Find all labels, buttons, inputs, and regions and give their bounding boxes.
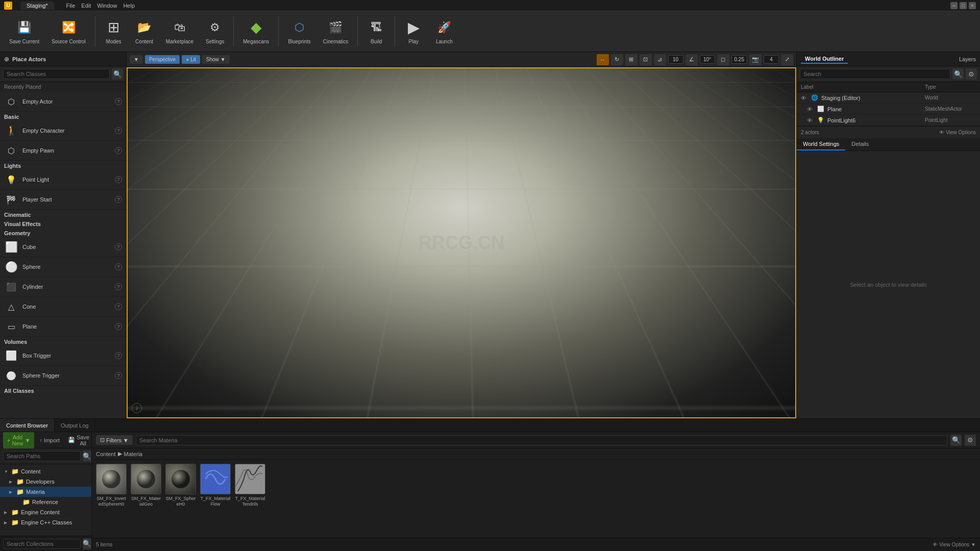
category-basic[interactable]: Basic <box>0 112 126 121</box>
actor-item-cylinder[interactable]: ⬛ Cylinder ? <box>0 277 126 297</box>
search-classes-button[interactable]: 🔍 <box>112 68 123 80</box>
empty-pawn-info[interactable]: ? <box>115 147 122 154</box>
blueprints-button[interactable]: ⬡ Blueprints <box>283 15 315 48</box>
outliner-search-button[interactable]: 🔍 <box>952 68 964 80</box>
asset-search-button[interactable]: 🔍 <box>950 435 962 446</box>
collections-search[interactable] <box>3 539 81 549</box>
cb-view-options-button[interactable]: 👁 View Options ▼ <box>933 542 976 547</box>
collections-search-btn[interactable]: 🔍 <box>83 538 91 549</box>
search-classes-input[interactable] <box>3 69 110 79</box>
details-tab[interactable]: Details <box>845 138 875 151</box>
light-eye-icon[interactable]: 👁 <box>807 117 814 123</box>
settings-button[interactable]: ⚙ Settings <box>201 15 229 48</box>
import-button[interactable]: ↑ Import <box>36 436 63 445</box>
scale-icon[interactable]: ⊞ <box>625 54 638 65</box>
actor-item-cone[interactable]: △ Cone ? <box>0 297 126 317</box>
category-all-classes[interactable]: All Classes <box>0 386 126 395</box>
save-all-button[interactable]: 💾 Save All <box>65 433 92 448</box>
box-trigger-info[interactable]: ? <box>115 352 122 359</box>
outliner-item-pointlight[interactable]: 👁 💡 PointLight6 PointLight <box>797 115 980 126</box>
transform-icon[interactable]: ↔ <box>597 54 609 65</box>
outliner-item-staging[interactable]: 👁 🌐 Staging (Editor) World <box>797 92 980 104</box>
menu-help[interactable]: Help <box>123 3 135 9</box>
player-start-info[interactable]: ? <box>115 196 122 203</box>
save-current-button[interactable]: 💾 Save Current <box>4 15 44 48</box>
tree-materia[interactable]: ▶ 📁 Materia <box>0 487 91 497</box>
camera-icon[interactable]: 📷 <box>749 54 762 65</box>
launch-button[interactable]: 🚀 Launch <box>430 15 458 48</box>
cylinder-info[interactable]: ? <box>115 283 122 290</box>
tree-engine-content[interactable]: ▶ 📁 Engine Content <box>0 507 91 517</box>
menu-file[interactable]: File <box>66 3 76 9</box>
build-button[interactable]: 🏗 Build <box>362 15 390 48</box>
add-new-button[interactable]: + Add New ▼ <box>3 432 34 448</box>
empty-character-info[interactable]: ? <box>115 127 122 134</box>
tree-reference[interactable]: 📁 Reference <box>0 497 91 507</box>
filters-button[interactable]: ⊡ Filters ▼ <box>96 435 133 445</box>
point-light-info[interactable]: ? <box>115 176 122 183</box>
plane-eye-icon[interactable]: 👁 <box>807 106 814 112</box>
asset-sm-material-geo[interactable]: SM_FX_MaterialGeo <box>131 464 161 507</box>
outliner-settings-button[interactable]: ⚙ <box>966 68 977 80</box>
sphere-trigger-info[interactable]: ? <box>115 372 122 379</box>
path-search-button[interactable]: 🔍 <box>83 450 91 462</box>
viewport-dropdown-btn[interactable]: ▼ <box>130 55 143 64</box>
outliner-search-input[interactable] <box>800 69 950 79</box>
menu-edit[interactable]: Edit <box>81 3 91 9</box>
modes-button[interactable]: ⊞ Modes <box>100 15 128 48</box>
marketplace-button[interactable]: 🛍 Marketplace <box>161 15 199 48</box>
layers-button[interactable]: Layers <box>959 56 976 62</box>
camera-speed[interactable]: 4 <box>764 55 779 64</box>
actor-item-sphere-trigger[interactable]: ⚪ Sphere Trigger ? <box>0 366 126 386</box>
actor-item-player-start[interactable]: 🏁 Player Start ? <box>0 190 126 210</box>
breadcrumb-content[interactable]: Content <box>96 451 116 457</box>
actor-item-point-light[interactable]: 💡 Point Light ? <box>0 170 126 190</box>
cinematics-button[interactable]: 🎬 Cinematics <box>318 15 353 48</box>
breadcrumb-materia[interactable]: Materia <box>124 451 143 457</box>
cube-info[interactable]: ? <box>115 243 122 251</box>
plane-info[interactable]: ? <box>115 323 122 330</box>
scale-snap-icon[interactable]: ◻ <box>717 54 729 65</box>
content-browser-tab[interactable]: Content Browser <box>0 419 55 432</box>
menu-window[interactable]: Window <box>97 3 117 9</box>
sphere-info[interactable]: ? <box>115 263 122 270</box>
asset-t-material-tendrils[interactable]: T_FX_MaterialTendrils <box>235 464 265 507</box>
outliner-item-plane[interactable]: 👁 ⬜ Plane StaticMeshActor <box>797 104 980 115</box>
angle-value[interactable]: 10° <box>700 55 715 64</box>
asset-t-material-flow[interactable]: T_FX_MaterialFlow <box>200 464 231 507</box>
viewport-canvas[interactable]: RRCG.CN i <box>127 67 796 418</box>
eye-icon[interactable]: 👁 <box>801 95 808 101</box>
lit-btn[interactable]: ● Lit <box>182 55 200 64</box>
window-maximize[interactable]: □ <box>960 2 967 9</box>
path-search-input[interactable] <box>3 451 81 461</box>
output-log-tab[interactable]: Output Log <box>55 419 95 432</box>
actor-item-empty-character[interactable]: 🚶 Empty Character ? <box>0 121 126 141</box>
actor-item-box-trigger[interactable]: ⬜ Box Trigger ? <box>0 346 126 366</box>
empty-actor-info[interactable]: ? <box>115 98 122 105</box>
category-lights[interactable]: Lights <box>0 161 126 170</box>
rotate-icon[interactable]: ↻ <box>611 54 623 65</box>
tree-content[interactable]: ▼ 📁 Content <box>0 466 91 477</box>
megascans-button[interactable]: ◆ Megascans <box>238 15 274 48</box>
category-visual-effects[interactable]: Visual Effects <box>0 219 126 228</box>
asset-sm-sphere-h0[interactable]: SM_FX_SphereH0 <box>165 464 196 507</box>
app-tab[interactable]: Staging* <box>20 2 54 10</box>
asset-search-input[interactable] <box>136 435 947 445</box>
category-volumes[interactable]: Volumes <box>0 337 126 346</box>
view-options-button[interactable]: 👁 View Options <box>939 130 976 135</box>
cone-info[interactable]: ? <box>115 303 122 310</box>
asset-sm-inverted-sphere[interactable]: SM_FX_InvertedSphereH0 <box>96 464 127 507</box>
scale-value[interactable]: 0.25 <box>731 55 747 64</box>
perspective-btn[interactable]: Perspective <box>145 55 180 64</box>
grid-snap-icon[interactable]: ⊡ <box>640 54 652 65</box>
show-btn[interactable]: Show ▼ <box>202 55 230 64</box>
tree-developers[interactable]: ▶ 📁 Developers <box>0 477 91 487</box>
actor-item-empty-pawn[interactable]: ⬡ Empty Pawn ? <box>0 141 126 161</box>
angle-snap-icon[interactable]: ⊿ <box>654 54 666 65</box>
actor-item-sphere[interactable]: ⚪ Sphere ? <box>0 257 126 277</box>
actor-item-plane[interactable]: ▭ Plane ? <box>0 317 126 337</box>
window-minimize[interactable]: ─ <box>950 2 958 9</box>
viewport-info-btn[interactable]: i <box>132 403 142 413</box>
world-settings-tab[interactable]: World Settings <box>797 138 845 151</box>
window-close[interactable]: × <box>969 2 976 9</box>
